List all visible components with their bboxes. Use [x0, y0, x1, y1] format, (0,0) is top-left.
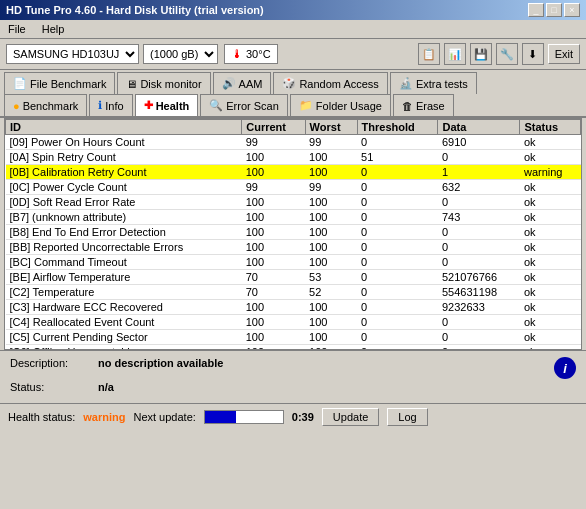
minimize-button[interactable]: _	[528, 3, 544, 17]
cell-status: ok	[520, 270, 581, 285]
main-content: ID Current Worst Threshold Data Status […	[4, 118, 582, 350]
menu-bar: File Help	[0, 20, 586, 39]
cell-value: 0	[357, 345, 438, 350]
toolbar-btn-1[interactable]: 📋	[418, 43, 440, 65]
table-row[interactable]: [0B] Calibration Retry Count10010001warn…	[6, 165, 581, 180]
cell-value: 0	[438, 195, 520, 210]
tab-benchmark[interactable]: ● Benchmark	[4, 94, 87, 116]
tab-erase-label: Erase	[416, 100, 445, 112]
tab-info[interactable]: ℹ Info	[89, 94, 132, 116]
benchmark-icon: ●	[13, 100, 20, 112]
folder-icon: 📁	[299, 99, 313, 112]
description-row: Description: no description available i	[10, 357, 576, 379]
update-button[interactable]: Update	[322, 408, 379, 426]
update-progress-bar	[204, 410, 284, 424]
drive-selector: SAMSUNG HD103UJ (1000 gB)	[6, 44, 218, 64]
table-row[interactable]: [09] Power On Hours Count999906910ok	[6, 135, 581, 150]
cell-value: 0	[357, 270, 438, 285]
col-data: Data	[438, 120, 520, 135]
tab-random-access[interactable]: 🎲 Random Access	[273, 72, 387, 94]
close-button[interactable]: ×	[564, 3, 580, 17]
cell-value: 0	[438, 345, 520, 350]
cell-value: 0	[357, 225, 438, 240]
cell-value: 99	[305, 135, 357, 150]
cell-value: 0	[438, 255, 520, 270]
cell-value: 99	[242, 180, 305, 195]
cell-value: 0	[357, 285, 438, 300]
tab-erase[interactable]: 🗑 Erase	[393, 94, 454, 116]
cell-status: ok	[520, 300, 581, 315]
description-value: no description available	[98, 357, 223, 379]
cell-value: 100	[305, 330, 357, 345]
exit-button[interactable]: Exit	[548, 44, 580, 64]
cell-value: 0	[438, 315, 520, 330]
table-row[interactable]: [B8] End To End Error Detection10010000o…	[6, 225, 581, 240]
table-row[interactable]: [BC] Command Timeout10010000ok	[6, 255, 581, 270]
cell-value: 100	[242, 195, 305, 210]
status-row: Status: n/a	[10, 381, 576, 393]
disk-monitor-icon: 🖥	[126, 78, 137, 90]
cell-value: 100	[242, 150, 305, 165]
tab-disk-monitor[interactable]: 🖥 Disk monitor	[117, 72, 210, 94]
tab-error-scan[interactable]: 🔍 Error Scan	[200, 94, 288, 116]
cell-status: ok	[520, 225, 581, 240]
maximize-button[interactable]: □	[546, 3, 562, 17]
next-update-label: Next update:	[133, 411, 195, 423]
col-status: Status	[520, 120, 581, 135]
col-worst: Worst	[305, 120, 357, 135]
cell-value: 100	[242, 300, 305, 315]
cell-id: [B7] (unknown attribute)	[6, 210, 242, 225]
cell-value: 100	[305, 225, 357, 240]
table-row[interactable]: [0D] Soft Read Error Rate10010000ok	[6, 195, 581, 210]
table-row[interactable]: [C3] Hardware ECC Recovered1001000923263…	[6, 300, 581, 315]
cell-id: [09] Power On Hours Count	[6, 135, 242, 150]
aam-icon: 🔊	[222, 77, 236, 90]
cell-id: [BB] Reported Uncorrectable Errors	[6, 240, 242, 255]
cell-status: ok	[520, 240, 581, 255]
info-circle-icon[interactable]: i	[554, 357, 576, 379]
tab-folder-label: Folder Usage	[316, 100, 382, 112]
toolbar-btn-5[interactable]: ⬇	[522, 43, 544, 65]
cell-value: 100	[305, 345, 357, 350]
window-controls: _ □ ×	[528, 3, 580, 17]
table-row[interactable]: [C5] Current Pending Sector10010000ok	[6, 330, 581, 345]
table-row[interactable]: [C6] Offline Uncorrectable10010000ok	[6, 345, 581, 350]
tab-aam[interactable]: 🔊 AAM	[213, 72, 272, 94]
health-table: ID Current Worst Threshold Data Status […	[5, 119, 581, 349]
table-row[interactable]: [C2] Temperature70520554631198ok	[6, 285, 581, 300]
table-row[interactable]: [BB] Reported Uncorrectable Errors100100…	[6, 240, 581, 255]
table-row[interactable]: [0C] Power Cycle Count99990632ok	[6, 180, 581, 195]
drive-dropdown[interactable]: SAMSUNG HD103UJ	[6, 44, 139, 64]
menu-help[interactable]: Help	[38, 22, 69, 36]
cell-id: [B8] End To End Error Detection	[6, 225, 242, 240]
tab-file-benchmark[interactable]: 📄 File Benchmark	[4, 72, 115, 94]
timer-value: 0:39	[292, 411, 314, 423]
cell-value: 0	[357, 240, 438, 255]
table-row[interactable]: [BE] Airflow Temperature70530521076766ok	[6, 270, 581, 285]
menu-file[interactable]: File	[4, 22, 30, 36]
toolbar-btn-4[interactable]: 🔧	[496, 43, 518, 65]
toolbar-btn-3[interactable]: 💾	[470, 43, 492, 65]
health-table-container[interactable]: ID Current Worst Threshold Data Status […	[5, 119, 581, 349]
size-dropdown[interactable]: (1000 gB)	[143, 44, 218, 64]
status-bar: Health status: warning Next update: 0:39…	[0, 403, 586, 430]
cell-id: [0A] Spin Retry Count	[6, 150, 242, 165]
temperature-display: 🌡 30°C	[224, 44, 278, 64]
tab-health[interactable]: ✚ Health	[135, 94, 199, 116]
tab-folder-usage[interactable]: 📁 Folder Usage	[290, 94, 391, 116]
table-row[interactable]: [C4] Reallocated Event Count10010000ok	[6, 315, 581, 330]
toolbar-btn-2[interactable]: 📊	[444, 43, 466, 65]
tab-info-label: Info	[105, 100, 123, 112]
cell-value: 0	[438, 240, 520, 255]
cell-id: [C4] Reallocated Event Count	[6, 315, 242, 330]
cell-status: ok	[520, 180, 581, 195]
tab-extra-tests[interactable]: 🔬 Extra tests	[390, 72, 477, 94]
log-button[interactable]: Log	[387, 408, 427, 426]
cell-value: 0	[357, 180, 438, 195]
table-row[interactable]: [B7] (unknown attribute)1001000743ok	[6, 210, 581, 225]
table-row[interactable]: [0A] Spin Retry Count100100510ok	[6, 150, 581, 165]
cell-value: 0	[357, 195, 438, 210]
cell-value: 100	[242, 225, 305, 240]
cell-value: 743	[438, 210, 520, 225]
col-id: ID	[6, 120, 242, 135]
